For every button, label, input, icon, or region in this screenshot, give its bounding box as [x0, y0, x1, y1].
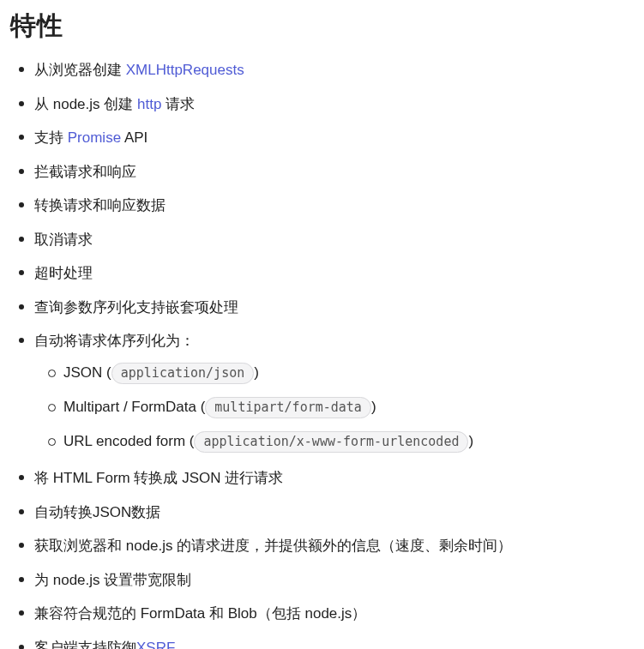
code-badge: application/json: [111, 363, 255, 384]
list-item: 自动转换JSON数据: [34, 502, 634, 524]
list-item: 查询参数序列化支持嵌套项处理: [34, 297, 634, 319]
sub-item-text: JSON (: [63, 364, 111, 381]
list-item-text: 自动转换JSON数据: [34, 504, 160, 520]
list-item-text: API: [121, 129, 147, 146]
page-heading: 特性: [10, 9, 634, 44]
list-item: 从 node.js 创建 http 请求: [34, 93, 634, 116]
list-item-text: 从 node.js 创建: [34, 96, 137, 112]
list-item-text: 获取浏览器和 node.js 的请求进度，并提供额外的信息（速度、剩余时间）: [34, 538, 512, 554]
list-item: 超时处理: [34, 262, 634, 285]
list-item: 获取浏览器和 node.js 的请求进度，并提供额外的信息（速度、剩余时间）: [34, 535, 634, 557]
sub-list-item: Multipart / FormData (multipart/form-dat…: [63, 394, 634, 421]
list-item: 转换请求和响应数据: [34, 195, 634, 217]
list-item: 拦截请求和响应: [34, 161, 634, 183]
list-item-text: 为 node.js 设置带宽限制: [34, 572, 191, 588]
sub-list-item: JSON (application/json): [63, 359, 634, 387]
list-item-text: 查询参数序列化支持嵌套项处理: [34, 299, 238, 315]
list-item-text: 客户端支持防御: [34, 640, 136, 649]
list-item: 取消请求: [34, 229, 634, 251]
doc-link[interactable]: http: [137, 96, 161, 112]
list-item-text: 取消请求: [34, 231, 93, 248]
list-item: 支持 Promise API: [34, 127, 634, 149]
list-item-text: 拦截请求和响应: [34, 164, 136, 180]
sub-list: JSON (application/json)Multipart / FormD…: [34, 359, 634, 456]
doc-link[interactable]: XMLHttpRequests: [126, 62, 244, 78]
feature-list: 从浏览器创建 XMLHttpRequests从 node.js 创建 http …: [10, 59, 634, 649]
list-item: 为 node.js 设置带宽限制: [34, 569, 634, 592]
list-item-text: 请求: [161, 96, 195, 112]
sub-item-text: Multipart / FormData (: [63, 399, 205, 415]
sub-list-item: URL encoded form (application/x-www-form…: [63, 428, 634, 455]
code-badge: multipart/form-data: [205, 397, 371, 418]
list-item-text: 超时处理: [34, 265, 93, 281]
list-item-text: 转换请求和响应数据: [34, 197, 166, 213]
list-item-text: 将 HTML Form 转换成 JSON 进行请求: [34, 470, 283, 486]
list-item: 将 HTML Form 转换成 JSON 进行请求: [34, 467, 634, 490]
sub-item-text: ): [254, 364, 259, 381]
list-item: 自动将请求体序列化为：JSON (application/json)Multip…: [34, 330, 634, 455]
list-item-text: 从浏览器创建: [34, 62, 126, 78]
sub-item-text: ): [371, 399, 376, 415]
list-item-text: 兼容符合规范的 FormData 和 Blob（包括 node.js）: [34, 605, 366, 622]
list-item: 客户端支持防御XSRF: [34, 637, 634, 649]
doc-link[interactable]: XSRF: [136, 640, 175, 649]
list-item: 从浏览器创建 XMLHttpRequests: [34, 59, 634, 81]
list-item-text: 自动将请求体序列化为：: [34, 333, 195, 349]
sub-item-text: URL encoded form (: [63, 433, 194, 449]
code-badge: application/x-www-form-urlencoded: [194, 431, 468, 453]
sub-item-text: ): [468, 433, 473, 449]
list-item: 兼容符合规范的 FormData 和 Blob（包括 node.js）: [34, 603, 634, 625]
doc-link[interactable]: Promise: [68, 129, 121, 146]
list-item-text: 支持: [34, 129, 68, 146]
